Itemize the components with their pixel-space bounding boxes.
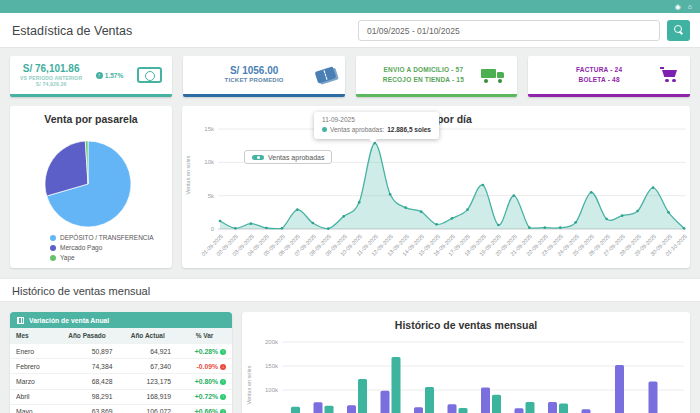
- cell-actual: 67,340: [118, 359, 177, 374]
- x-axis-tick-label: 01-10-2025: [661, 233, 689, 261]
- table-column-header: % Var: [177, 328, 232, 344]
- monthly-bar-chart[interactable]: 200k150k100k: [256, 336, 688, 413]
- x-axis-tick-label: 18-09-2025: [460, 233, 488, 261]
- x-axis-tick-label: 10-09-2025: [336, 233, 364, 261]
- cell-actual: 168,919: [118, 389, 177, 404]
- bar-julio-actual: [492, 395, 501, 413]
- x-axis-tick-label: 29-09-2025: [630, 233, 658, 261]
- table-column-header: Año Actual: [118, 328, 177, 344]
- cell-mes: Mayo: [10, 404, 56, 413]
- x-axis-tick-label: 04-09-2025: [243, 233, 271, 261]
- avg-ticket-amount: S/ 1056.00: [193, 65, 316, 77]
- cart-icon: [660, 67, 680, 83]
- daily-y-axis-label: Ventas en soles: [185, 155, 191, 195]
- bar-marzo-actual: [358, 379, 367, 413]
- bar-enero-actual: [291, 407, 300, 413]
- legend-item-deposito[interactable]: DEPÓSITO / TRANSFERENCIA: [50, 233, 154, 243]
- bars-y-axis-label: Ventas en soles: [246, 363, 252, 407]
- bar-marzo-pasado: [347, 405, 356, 413]
- table-header-row: MesAño PasadoAño Actual% Var: [10, 328, 232, 344]
- cell-mes: Abril: [10, 389, 56, 404]
- annual-variation-card: Variación de venta Anual MesAño PasadoAñ…: [10, 312, 232, 413]
- avg-ticket-card: S/ 1056.00 TICKET PROMEDIO: [183, 56, 345, 97]
- x-axis-tick-label: 15-09-2025: [413, 233, 441, 261]
- legend-dot: [50, 235, 56, 241]
- avg-ticket-label: TICKET PROMEDIO: [193, 77, 316, 84]
- x-axis-tick-label: 24-09-2025: [552, 233, 580, 261]
- sales-delta: 1.57%: [105, 72, 123, 79]
- tooltip-date: 11-09-2025: [322, 115, 431, 125]
- bar-diciembre-pasado: [649, 381, 658, 413]
- table-title: Variación de venta Anual: [29, 317, 109, 324]
- cell-var: +0.72%↑: [177, 389, 232, 404]
- svg-text:200k: 200k: [265, 339, 279, 345]
- section-header: Histórico de ventas mensual: [0, 278, 700, 302]
- bar-junio-pasado: [448, 404, 457, 413]
- x-axis-tick-label: 27-09-2025: [599, 233, 627, 261]
- bar-octubre-pasado: [582, 409, 591, 413]
- legend-item-mercadopago[interactable]: Mercado Pago: [50, 243, 154, 253]
- table-row: Marzo68,428123,175+0.80%↑: [10, 374, 232, 389]
- table-row: Abril98,291168,919+0.72%↑: [10, 389, 232, 404]
- table-title-bar: Variación de venta Anual: [10, 312, 232, 328]
- pie-legend: DEPÓSITO / TRANSFERENCIA Mercado Pago Ya…: [50, 233, 154, 263]
- home-icon[interactable]: ⌂: [688, 1, 692, 12]
- trend-up-icon: ↑: [220, 349, 226, 355]
- search-button[interactable]: [667, 20, 690, 41]
- bar-noviembre-pasado: [615, 365, 624, 413]
- cell-actual: 106,072: [118, 404, 177, 413]
- table-row: Febrero74,38467,340-0.09%↓: [10, 359, 232, 374]
- bar-abril-actual: [392, 357, 401, 413]
- x-axis-tick-label: 26-09-2025: [583, 233, 611, 261]
- bar-febrero-pasado: [314, 402, 323, 413]
- daily-area-chart[interactable]: 15k10k5k0: [196, 126, 688, 232]
- daily-legend[interactable]: Ventas aprobadas: [244, 150, 332, 164]
- x-axis-tick-label: 07-09-2025: [289, 233, 317, 261]
- bar-mayo-actual: [425, 387, 434, 413]
- cell-var: +0.80%↑: [177, 374, 232, 389]
- cell-actual: 64,921: [118, 344, 177, 359]
- bar-chart-icon: [17, 317, 24, 324]
- section-title: Histórico de ventas mensual: [12, 285, 150, 297]
- svg-text:10k: 10k: [204, 159, 215, 165]
- bars-chart-title: Histórico de ventas mensual: [242, 312, 690, 331]
- x-axis-tick-label: 08-09-2025: [305, 233, 333, 261]
- x-axis-tick-label: 11-09-2025: [351, 233, 379, 261]
- payment-gateway-card: Venta por pasarela DEPÓSITO / TRANSFEREN…: [10, 106, 172, 268]
- x-axis-tick-label: 03-09-2025: [228, 233, 256, 261]
- x-axis-tick-label: 30-09-2025: [645, 233, 673, 261]
- x-axis-tick-label: 09-09-2025: [320, 233, 348, 261]
- chart-tooltip: 11-09-2025 Ventas aprobadas: 12.886,5 so…: [314, 112, 439, 139]
- cell-pasado: 98,291: [56, 389, 119, 404]
- bar-agosto-actual: [526, 402, 535, 413]
- x-axis-tick-label: 13-09-2025: [382, 233, 410, 261]
- date-range-input[interactable]: [358, 20, 660, 41]
- delivery-line: ENVIO A DOMICILIO - 57: [366, 65, 482, 75]
- money-bill-icon: [137, 67, 162, 83]
- bar-mayo-pasado: [414, 407, 423, 413]
- sales-compare-value: S/ 74,926.36: [20, 81, 82, 87]
- x-axis-tick-label: 06-09-2025: [274, 233, 302, 261]
- notifications-icon[interactable]: ◉: [675, 1, 681, 12]
- x-axis-tick-label: 05-09-2025: [259, 233, 287, 261]
- x-axis-tick-label: 23-09-2025: [537, 233, 565, 261]
- daily-sales-card: Ventas por día Ventas en soles 15k10k5k0…: [182, 106, 690, 268]
- cell-mes: Marzo: [10, 374, 56, 389]
- table-column-header: Mes: [10, 328, 56, 344]
- factura-line: FACTURA - 24: [538, 65, 660, 75]
- legend-dot: [50, 255, 56, 261]
- table-column-header: Año Pasado: [56, 328, 119, 344]
- pie-chart[interactable]: [40, 136, 136, 232]
- cell-mes: Enero: [10, 344, 56, 359]
- sales-total-amount: S/ 76,101.86: [20, 63, 82, 75]
- cell-pasado: 50,897: [56, 344, 119, 359]
- search-icon: [674, 25, 684, 35]
- legend-item-yape[interactable]: Yape: [50, 253, 154, 263]
- trend-up-icon: ↑: [220, 379, 226, 385]
- table-row: Mayo63,869106,072+0.66%↑: [10, 404, 232, 413]
- x-axis-tick-label: 19-09-2025: [475, 233, 503, 261]
- x-axis-tick-label: 14-09-2025: [398, 233, 426, 261]
- trend-down-icon: ↓: [220, 364, 226, 370]
- cell-pasado: 68,428: [56, 374, 119, 389]
- x-axis-tick-label: 25-09-2025: [568, 233, 596, 261]
